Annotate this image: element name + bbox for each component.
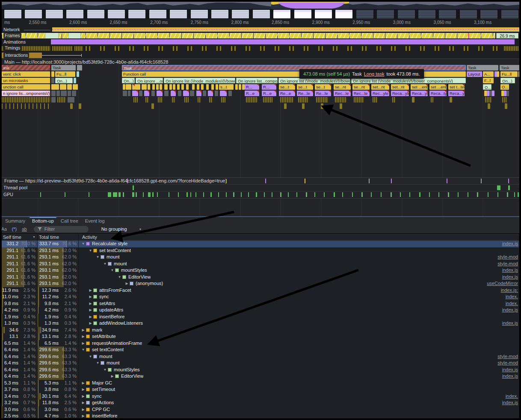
flame-bar[interactable] <box>164 84 168 90</box>
flame-bar[interactable] <box>340 103 342 109</box>
filmstrip-thumbnail[interactable] <box>66 10 83 18</box>
flame-bar[interactable] <box>72 91 76 96</box>
flame-bar[interactable]: On...) <box>500 78 515 83</box>
flame-bar[interactable] <box>201 84 204 90</box>
filmstrip-thumbnail[interactable] <box>211 10 228 18</box>
table-row[interactable]: 291.1 ms61.6 %293.1 ms62.0 %▼EditorViewi… <box>2 274 519 281</box>
filmstrip-thumbnail[interactable] <box>460 10 477 18</box>
flame-bar[interactable] <box>173 84 175 90</box>
table-row[interactable]: 6.4 ms1.4 %299.6 ms63.3 %▶EditorViewinde… <box>2 373 519 380</box>
network-track[interactable]: Network <box>2 26 519 33</box>
flame-bar[interactable] <box>280 97 293 103</box>
flame-bar[interactable] <box>77 71 79 77</box>
source-link[interactable]: useCodeMirror <box>487 280 519 287</box>
flame-bar[interactable]: Reca...tyle <box>429 91 447 96</box>
tab-bottom-up[interactable]: Bottom-up <box>29 217 57 225</box>
filmstrip-thumbnail[interactable] <box>273 10 290 18</box>
table-row[interactable]: 11.9 ms2.5 %12.3 ms2.6 %▶attrsFromFaceti… <box>2 287 519 294</box>
table-row[interactable]: 2.5 ms0.5 %4.7 ms1.0 %▶insertBefore <box>2 413 519 418</box>
flame-bar[interactable] <box>51 97 56 103</box>
table-row[interactable]: 3.0 ms0.6 %3.0 ms0.6 %▶CPP GC <box>2 406 519 413</box>
flame-bar[interactable]: s...t <box>219 84 234 90</box>
table-row[interactable]: 6.4 ms1.4 %299.6 ms63.3 %▼mountStylesind… <box>2 367 519 373</box>
flame-bar[interactable] <box>74 78 76 83</box>
flame-bar[interactable] <box>123 91 127 96</box>
flame-bar[interactable] <box>298 97 308 103</box>
column-total-time[interactable]: Total time <box>38 234 79 241</box>
source-link[interactable]: index. <box>506 294 519 300</box>
table-row[interactable]: 9.8 ms2.1 %9.8 ms2.1 %▶setAttrsindex. <box>2 300 519 307</box>
flame-bar[interactable]: Re...le <box>297 91 313 96</box>
filmstrip-thumbnail[interactable] <box>356 10 373 18</box>
flame-bar[interactable] <box>144 84 147 90</box>
flame-bar[interactable] <box>431 97 433 103</box>
expand-icon[interactable]: ▶ <box>80 399 86 406</box>
expand-icon[interactable]: ▶ <box>80 333 86 340</box>
filmstrip-thumbnail[interactable] <box>398 10 415 18</box>
flame-bar[interactable]: Reca...yle <box>448 91 465 96</box>
flame-bar[interactable]: unction call <box>2 84 50 90</box>
flame-bar[interactable]: Rec...le <box>352 91 370 96</box>
flame-bar[interactable] <box>284 103 287 109</box>
collapse-icon[interactable]: ▼ <box>88 247 93 254</box>
table-row[interactable]: 6.4 ms1.4 %299.6 ms63.3 %▼mountstyle-mod <box>2 353 519 360</box>
filmstrip-thumbnail[interactable] <box>480 10 497 18</box>
expand-icon[interactable]: ▶ <box>80 386 86 393</box>
flame-bar[interactable] <box>51 78 54 83</box>
source-link[interactable]: style-mod <box>497 254 519 261</box>
flame-bar[interactable] <box>502 97 507 103</box>
flame-bar[interactable]: On ignore list...components\/) <box>236 78 278 83</box>
table-row[interactable]: 291.1 ms61.6 %293.1 ms62.0 %▼mountStyles… <box>2 267 519 274</box>
flame-bar[interactable]: se...nt <box>352 84 370 90</box>
table-row[interactable]: 3.2 ms0.7 %11.8 ms2.5 %▶getActionsindex.… <box>2 399 519 406</box>
flame-bar[interactable] <box>172 97 175 103</box>
flame-bar[interactable] <box>123 84 125 90</box>
table-row[interactable]: 6.5 ms1.4 %6.5 ms1.4 %▶requestAnimationF… <box>2 340 519 347</box>
filmstrip-thumbnail[interactable] <box>315 10 332 18</box>
flame-bar[interactable]: se...nt <box>334 84 351 90</box>
cpu-overview-strip[interactable] <box>2 2 519 9</box>
flame-bar[interactable] <box>69 84 72 90</box>
flame-bar[interactable] <box>263 97 272 103</box>
time-ruler[interactable]: ms 2,550 ms2,600 ms2,650 ms2,700 ms2,750… <box>2 19 519 27</box>
flame-bar[interactable] <box>497 71 499 77</box>
tab-call-tree[interactable]: Call tree <box>57 217 82 225</box>
expand-icon[interactable]: ▶ <box>80 406 86 413</box>
regex-icon[interactable]: (*) <box>12 226 17 232</box>
flame-bar[interactable] <box>216 84 218 90</box>
table-row[interactable]: 11.0 ms2.3 %11.2 ms2.4 %▶syncindex. <box>2 294 519 300</box>
filmstrip-thumbnail[interactable] <box>377 10 394 18</box>
flame-bar[interactable]: O... <box>500 84 509 90</box>
flame-bar[interactable] <box>157 91 163 96</box>
flame-bar[interactable] <box>144 91 149 96</box>
collapse-icon[interactable]: ▼ <box>95 360 101 367</box>
long-task-link[interactable]: Long task <box>364 71 385 76</box>
filmstrip-thumbnail[interactable] <box>191 10 208 18</box>
expand-icon[interactable]: ▶ <box>88 287 93 294</box>
filter-input[interactable]: Filter <box>34 226 89 232</box>
flame-bar[interactable]: Fu...ll <box>55 71 75 77</box>
source-link[interactable]: index.js <box>502 399 519 406</box>
collapse-icon[interactable]: ▼ <box>80 347 86 353</box>
source-link[interactable]: style-mod <box>497 360 519 367</box>
flame-bar[interactable]: n ignore lis...omponents\/) <box>2 91 50 96</box>
flame-bar[interactable] <box>139 91 142 96</box>
flame-bar[interactable]: vent: click <box>2 71 50 77</box>
flame-bar[interactable]: se...t <box>297 84 313 90</box>
source-link[interactable]: index. <box>506 393 519 400</box>
filmstrip-thumbnail[interactable] <box>87 10 104 18</box>
flame-bar[interactable]: Fu...ll <box>500 71 518 77</box>
collapse-icon[interactable]: ▼ <box>110 267 115 274</box>
flame-bar[interactable] <box>128 91 130 96</box>
table-row[interactable]: 291.1 ms61.6 %293.1 ms62.0 %▼mountstyle-… <box>2 261 519 267</box>
flame-bar[interactable] <box>302 103 305 109</box>
expand-icon[interactable]: ▶ <box>80 393 86 400</box>
grouping-select[interactable]: No grouping ▼ <box>101 226 142 232</box>
flame-bar[interactable] <box>192 84 195 90</box>
flame-bar[interactable] <box>128 84 131 90</box>
flame-bar[interactable]: On...) <box>122 78 135 83</box>
flame-bar[interactable] <box>492 91 494 96</box>
match-whole-word-icon[interactable]: ab <box>22 226 27 232</box>
flame-bar[interactable] <box>135 84 140 90</box>
table-row[interactable]: 331.2 ms70.0 %333.7 ms70.6 %▼Recalculate… <box>2 241 519 247</box>
